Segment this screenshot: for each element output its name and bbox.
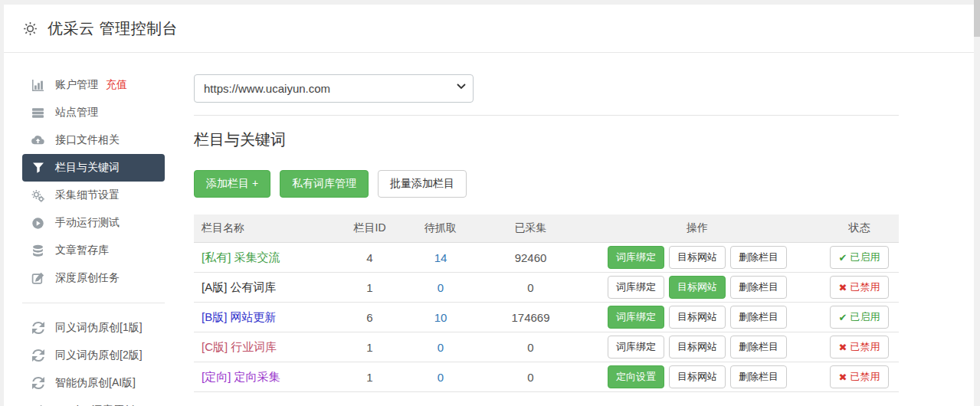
column-id: 1	[345, 341, 395, 354]
sidebar-item-deep-original-task[interactable]: 深度原创任务	[22, 264, 165, 292]
col-header-actions: 操作	[575, 221, 820, 235]
cloud-upload-icon	[31, 134, 44, 147]
column-name-link[interactable]: [定向] 定向采集	[202, 370, 280, 383]
col-header-id: 栏目ID	[345, 221, 395, 235]
sidebar-item-interface-files[interactable]: 接口文件相关	[22, 126, 165, 154]
sidebar-item-collection-details[interactable]: 采集细节设置	[22, 182, 165, 209]
filter-icon	[31, 162, 44, 175]
collected-count: 0	[487, 281, 575, 294]
sidebar-item-synonym-rewrite-v2[interactable]: 同义词伪原创[2版]	[22, 342, 165, 369]
page-title: 栏目与关键词	[194, 129, 899, 150]
play-circle-icon	[31, 217, 44, 230]
cross-icon: ✖	[839, 342, 847, 353]
table-row: [B版] 网站更新 6 10 174669 词库绑定 目标网站 删除栏目 ✔已启…	[194, 303, 899, 332]
edit-icon	[31, 272, 44, 285]
target-site-button[interactable]: 目标网站	[669, 246, 726, 269]
sidebar-item-synonym-rewrite-v1[interactable]: 同义词伪原创[1版]	[22, 314, 165, 342]
thesaurus-bind-button[interactable]: 词库绑定	[608, 336, 664, 359]
private-thesaurus-button[interactable]: 私有词库管理	[280, 170, 369, 198]
gears-icon	[31, 189, 44, 202]
scrollbar-thumb[interactable]	[974, 0, 980, 37]
sidebar-item-label: 手动运行测试	[55, 216, 120, 230]
content-divider	[194, 115, 899, 116]
sidebar-item-ai-rewrite[interactable]: 智能伪原创[AI版]	[22, 369, 165, 397]
sidebar-item-label: 智能伪原创[AI版]	[55, 376, 136, 390]
server-list-icon	[31, 106, 44, 120]
col-header-collected: 已采集	[487, 221, 575, 235]
column-id: 1	[345, 281, 395, 294]
table-row: [私有] 采集交流 4 14 92460 词库绑定 目标网站 删除栏目 ✔已启用	[194, 243, 899, 273]
col-header-status: 状态	[820, 221, 899, 235]
sidebar-item-label: 站点管理	[55, 106, 98, 120]
bar-chart-icon	[31, 79, 44, 92]
collected-count: 0	[487, 341, 575, 354]
status-badge[interactable]: ✔已启用	[830, 306, 890, 329]
thesaurus-bind-button[interactable]: 词库绑定	[608, 276, 664, 299]
pending-count-link[interactable]: 10	[434, 311, 447, 324]
table-header-row: 栏目名称 栏目ID 待抓取 已采集 操作 状态	[194, 214, 899, 243]
thesaurus-bind-button[interactable]: 词库绑定	[608, 306, 664, 329]
pending-count-link[interactable]: 0	[438, 341, 444, 354]
column-id: 6	[345, 311, 395, 324]
collected-count: 0	[487, 371, 575, 384]
col-header-pending: 待抓取	[395, 221, 487, 235]
batch-add-button[interactable]: 批量添加栏目	[378, 170, 467, 198]
sidebar-item-label: 接口文件相关	[55, 133, 120, 147]
sidebar-item-site-management[interactable]: 站点管理	[22, 99, 165, 126]
sidebar-item-label: 同义词伪原创[2版]	[55, 349, 143, 362]
col-header-name: 栏目名称	[194, 221, 345, 235]
target-site-button[interactable]: 目标网站	[669, 365, 726, 388]
sidebar-item-account-management[interactable]: 账户管理 充值	[22, 71, 165, 99]
column-name-link[interactable]: [私有] 采集交流	[202, 250, 280, 264]
refresh-icon	[31, 322, 44, 335]
sidebar-item-label: 同义词伪原创[1版]	[55, 321, 143, 335]
sidebar-item-uwriter-deep-original[interactable]: UWriter深度原创	[22, 397, 165, 406]
check-icon: ✔	[839, 252, 847, 264]
recharge-badge[interactable]: 充值	[106, 78, 127, 92]
delete-column-button[interactable]: 删除栏目	[730, 365, 787, 388]
collected-count: 174669	[487, 311, 575, 324]
sidebar-item-label: 深度原创任务	[55, 271, 120, 285]
delete-column-button[interactable]: 删除栏目	[730, 306, 787, 329]
column-name-link[interactable]: [A版] 公有词库	[202, 280, 277, 293]
pending-count-link[interactable]: 14	[434, 251, 447, 264]
target-site-button[interactable]: 目标网站	[669, 306, 726, 329]
status-badge[interactable]: ✖已禁用	[830, 276, 890, 299]
scrollbar[interactable]	[974, 0, 980, 406]
column-name-link[interactable]: [B版] 网站更新	[202, 310, 277, 323]
pending-count-link[interactable]: 0	[438, 371, 444, 384]
sidebar-item-label: 文章暂存库	[55, 244, 109, 257]
column-id: 1	[345, 371, 395, 384]
target-site-button[interactable]: 目标网站	[669, 336, 726, 359]
sidebar-item-label: 栏目与关键词	[55, 161, 120, 175]
app-header: 优采云 管理控制台	[4, 5, 974, 53]
sidebar-item-manual-test[interactable]: 手动运行测试	[22, 209, 165, 237]
page-card: 优采云 管理控制台 账户管理 充值 站点管理 接口文件相关	[4, 5, 974, 406]
columns-table: 栏目名称 栏目ID 待抓取 已采集 操作 状态 [私有] 采集交流 4 14 9…	[194, 214, 899, 392]
cross-icon: ✖	[839, 372, 847, 383]
toolbar: 添加栏目 + 私有词库管理 批量添加栏目	[194, 170, 899, 198]
column-name-link[interactable]: [C版] 行业词库	[202, 340, 277, 353]
status-badge[interactable]: ✖已禁用	[830, 365, 890, 388]
site-selector[interactable]: https://www.ucaiyun.com	[194, 74, 474, 103]
status-badge[interactable]: ✔已启用	[830, 246, 890, 269]
status-badge[interactable]: ✖已禁用	[830, 336, 890, 359]
cross-icon: ✖	[839, 282, 847, 293]
thesaurus-bind-button[interactable]: 词库绑定	[608, 246, 664, 269]
add-column-button[interactable]: 添加栏目 +	[194, 170, 270, 198]
delete-column-button[interactable]: 删除栏目	[730, 336, 787, 359]
main-content: https://www.ucaiyun.com 栏目与关键词 添加栏目 + 私有…	[186, 53, 899, 406]
directed-settings-button[interactable]: 定向设置	[608, 365, 664, 388]
table-row: [A版] 公有词库 1 0 0 词库绑定 目标网站 删除栏目 ✖已禁用	[194, 273, 899, 303]
sidebar-item-article-cache[interactable]: 文章暂存库	[22, 237, 165, 264]
check-icon: ✔	[839, 312, 847, 323]
refresh-icon	[31, 377, 44, 390]
gear-icon	[22, 21, 38, 37]
database-icon	[31, 244, 44, 257]
delete-column-button[interactable]: 删除栏目	[730, 276, 787, 299]
target-site-button[interactable]: 目标网站	[669, 276, 726, 299]
sidebar-item-columns-keywords[interactable]: 栏目与关键词	[22, 154, 165, 182]
delete-column-button[interactable]: 删除栏目	[730, 246, 787, 269]
pending-count-link[interactable]: 0	[438, 281, 444, 294]
sidebar-divider	[22, 303, 165, 303]
